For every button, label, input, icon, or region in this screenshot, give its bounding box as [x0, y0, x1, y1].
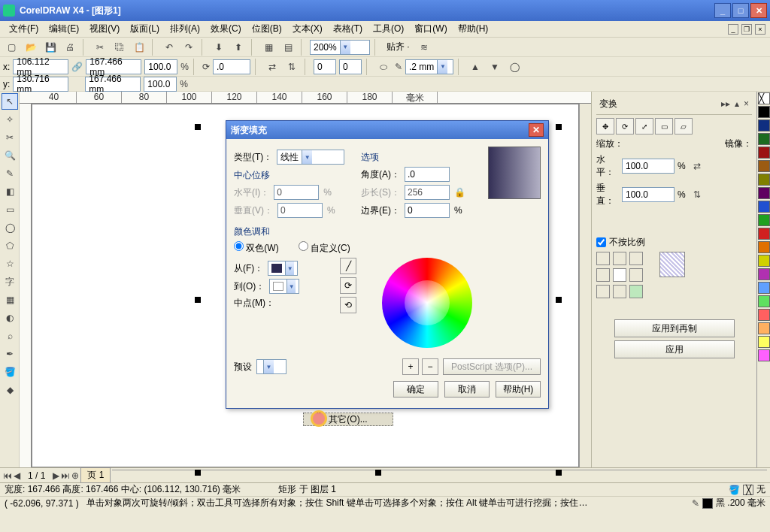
mirror-h-button[interactable]: ⇄	[689, 158, 705, 174]
zoom-tool[interactable]: 🔍	[2, 147, 18, 164]
page-tab[interactable]: 页 1	[80, 467, 111, 483]
tab-position-icon[interactable]: ✥	[596, 118, 614, 135]
undo-icon[interactable]: ↶	[161, 39, 177, 56]
color-swatch[interactable]	[758, 119, 770, 131]
fill-tool[interactable]: 🪣	[2, 364, 18, 380]
edge-input[interactable]	[405, 203, 450, 218]
close-docker-icon[interactable]: ×	[744, 98, 749, 109]
polygon-tool[interactable]: ⬠	[2, 237, 18, 254]
corner-field2[interactable]: 0	[339, 59, 362, 74]
rot-field[interactable]: .0	[213, 59, 250, 74]
print-icon[interactable]: 🖨	[62, 39, 78, 56]
open-icon[interactable]: 📂	[23, 39, 39, 56]
menu-layout[interactable]: 版面(L)	[126, 21, 164, 37]
copy-icon[interactable]: ⿻	[111, 39, 128, 56]
convert-icon[interactable]: ◯	[506, 59, 523, 75]
mdi-close-icon[interactable]: ×	[755, 24, 765, 35]
preset-combo[interactable]: ▼	[256, 359, 286, 374]
ratio-checkbox[interactable]	[596, 237, 606, 247]
add-page-icon[interactable]: ⊕	[71, 470, 79, 481]
outline-tool[interactable]: ✒	[2, 346, 18, 362]
color-swatch[interactable]	[758, 174, 770, 186]
color-swatch[interactable]	[758, 255, 770, 267]
no-fill-swatch[interactable]: ╳	[758, 92, 770, 104]
round-corner-icon[interactable]: ⬭	[375, 59, 392, 75]
snap-label[interactable]: 贴齐 ·	[383, 41, 413, 53]
options-icon[interactable]: ≋	[416, 39, 432, 56]
y-field[interactable]: 130.716 mm	[13, 77, 68, 92]
welcome-icon[interactable]: ▤	[280, 39, 296, 56]
sx-field[interactable]: 100.0	[144, 59, 177, 74]
blend-tool[interactable]: ◐	[2, 310, 18, 326]
color-wheel[interactable]	[382, 258, 472, 348]
help-button[interactable]: 帮助(H)	[496, 381, 541, 397]
menu-edit[interactable]: 编辑(E)	[44, 21, 83, 37]
anchor-grid[interactable]	[596, 252, 643, 298]
type-combo[interactable]: 线性 ▼	[277, 150, 344, 165]
tab-rotate-icon[interactable]: ⟳	[616, 118, 634, 135]
menu-arrange[interactable]: 排列(A)	[165, 21, 205, 37]
fill-indicator-icon[interactable]: 🪣	[729, 485, 740, 495]
last-page-icon[interactable]: ⏭	[61, 470, 70, 481]
color-swatch[interactable]	[758, 214, 770, 226]
outline-width-combo[interactable]: .2 mm ▼	[405, 59, 453, 74]
color-swatch[interactable]	[758, 228, 770, 240]
export-icon[interactable]: ⬆	[230, 39, 247, 56]
outline-indicator-icon[interactable]: ✎	[692, 498, 699, 509]
tab-skew-icon[interactable]: ▱	[675, 118, 693, 135]
eyedropper-tool[interactable]: ⌕	[2, 328, 18, 344]
scrollbar-v[interactable]	[579, 104, 591, 467]
menu-window[interactable]: 窗口(W)	[410, 21, 451, 37]
close-button[interactable]: ✕	[750, 3, 767, 18]
color-swatch[interactable]	[758, 133, 770, 145]
twocolor-radio[interactable]: 双色(W)	[234, 241, 279, 255]
h-field[interactable]: 167.466 mm	[85, 77, 141, 92]
ccw-path-icon[interactable]: ⟲	[340, 297, 356, 313]
redo-icon[interactable]: ↷	[180, 39, 197, 56]
custom-radio[interactable]: 自定义(C)	[299, 241, 350, 255]
ok-button[interactable]: 确定	[393, 381, 438, 397]
remove-preset-icon[interactable]: −	[422, 358, 438, 375]
text-tool[interactable]: 字	[2, 274, 18, 290]
ellipse-tool[interactable]: ◯	[2, 219, 18, 236]
menu-table[interactable]: 表格(T)	[329, 21, 367, 37]
mirror-v-icon[interactable]: ⇅	[283, 59, 300, 75]
color-swatch[interactable]	[758, 309, 770, 321]
horiz-input[interactable]: 100.0	[622, 159, 675, 174]
color-swatch[interactable]	[758, 241, 770, 253]
rectangle-tool[interactable]: ▭	[2, 201, 18, 218]
interactive-fill-tool[interactable]: ◆	[2, 382, 18, 398]
color-swatch[interactable]	[758, 187, 770, 199]
color-swatch[interactable]	[758, 160, 770, 172]
color-swatch[interactable]	[758, 295, 770, 307]
freehand-tool[interactable]: ✎	[2, 165, 18, 182]
dialog-close-button[interactable]: ✕	[529, 123, 544, 137]
vert-input[interactable]: 100.0	[622, 187, 675, 202]
angle-input[interactable]	[405, 167, 450, 182]
expand-icon[interactable]: ▴	[735, 98, 739, 109]
mirror-h-icon[interactable]: ⇄	[264, 59, 280, 75]
add-preset-icon[interactable]: +	[402, 358, 419, 375]
minimize-button[interactable]: _	[714, 3, 731, 18]
from-color[interactable]: ▼	[268, 261, 298, 276]
crop-tool[interactable]: ✂	[2, 129, 18, 146]
menu-tools[interactable]: 工具(O)	[368, 21, 408, 37]
menu-file[interactable]: 文件(F)	[5, 21, 43, 37]
w-field[interactable]: 167.466 mm	[86, 59, 141, 74]
to-color[interactable]: ▼	[269, 279, 299, 294]
app-launcher-icon[interactable]: ▦	[260, 39, 277, 56]
apply-button[interactable]: 应用	[614, 340, 735, 358]
maximize-button[interactable]: □	[732, 3, 749, 18]
apply-copy-button[interactable]: 应用到再制	[614, 319, 735, 337]
cw-path-icon[interactable]: ⟳	[340, 277, 356, 294]
chevron-down-icon[interactable]: ▼	[340, 41, 350, 54]
zoom-combo[interactable]: 200% ▼	[310, 40, 370, 55]
prev-page-icon[interactable]: ◀	[14, 470, 20, 481]
color-swatch[interactable]	[758, 201, 770, 213]
color-swatch[interactable]	[758, 336, 770, 348]
direct-path-icon[interactable]: ╱	[340, 258, 356, 274]
color-swatch[interactable]	[758, 147, 770, 159]
menu-bitmap[interactable]: 位图(B)	[247, 21, 286, 37]
corner-field[interactable]: 0	[314, 59, 336, 74]
chevron-down-icon[interactable]: ▼	[302, 150, 312, 164]
